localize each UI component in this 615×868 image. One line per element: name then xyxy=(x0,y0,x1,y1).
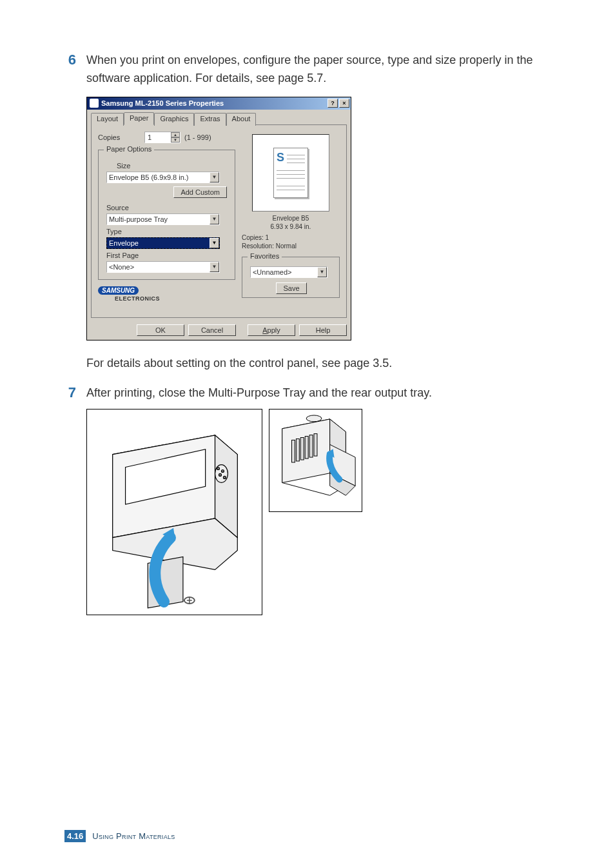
illustration-row xyxy=(86,409,557,615)
svg-point-1 xyxy=(217,467,220,469)
svg-point-2 xyxy=(221,469,224,472)
save-button[interactable]: Save xyxy=(276,282,306,294)
firstpage-dropdown[interactable]: <None> ▼ xyxy=(106,261,220,273)
step6-note: For details about setting on the control… xyxy=(86,355,557,373)
chevron-down-icon[interactable]: ▼ xyxy=(210,262,219,272)
preview-resolution: Resolution: Normal xyxy=(242,242,340,250)
favorites-dropdown[interactable]: <Unnamed> ▼ xyxy=(250,266,327,278)
close-icon[interactable]: × xyxy=(339,99,349,108)
source-dropdown[interactable]: Multi-purpose Tray ▼ xyxy=(106,213,220,225)
paper-options-group: Paper Options Size Envelope B5 (6.9x9.8 … xyxy=(98,150,235,280)
chevron-down-icon[interactable]: ▼ xyxy=(210,172,219,182)
step7-text: After printing, close the Multi-Purpose … xyxy=(86,384,432,402)
svg-rect-12 xyxy=(314,433,317,456)
firstpage-label: First Page xyxy=(106,252,228,259)
favorites-legend: Favorites xyxy=(248,252,282,260)
svg-rect-7 xyxy=(292,440,295,462)
ok-button[interactable]: OK xyxy=(137,324,184,336)
step7-number: 7 xyxy=(64,384,76,402)
preview-copies: Copies: 1 xyxy=(242,233,340,242)
firstpage-value: <None> xyxy=(109,263,134,271)
page-footer: 4.16 Using Print Materials xyxy=(64,830,175,842)
source-value: Multi-purpose Tray xyxy=(109,215,168,223)
footer-title: Using Print Materials xyxy=(92,831,175,841)
printer-front-illustration xyxy=(86,409,262,615)
size-value: Envelope B5 (6.9x9.8 in.) xyxy=(109,173,189,181)
tab-graphics[interactable]: Graphics xyxy=(154,113,194,126)
copies-value: 1 xyxy=(148,133,151,141)
properties-dialog-screenshot: Samsung ML-2150 Series Properties ? × La… xyxy=(86,97,351,340)
copies-range: (1 - 999) xyxy=(184,133,211,141)
size-label: Size xyxy=(117,162,228,170)
add-custom-button[interactable]: Add Custom xyxy=(173,186,227,198)
footer-chapter: 4. xyxy=(67,831,74,841)
type-label: Type xyxy=(106,228,228,235)
svg-point-4 xyxy=(223,476,226,478)
apply-button[interactable]: Apply xyxy=(248,324,295,336)
step6-text: When you print on envelopes, configure t… xyxy=(86,52,557,88)
svg-rect-11 xyxy=(309,435,313,457)
favorites-value: <Unnamed> xyxy=(253,268,292,276)
svg-point-3 xyxy=(219,473,221,476)
tab-layout[interactable]: Layout xyxy=(91,113,124,126)
svg-point-0 xyxy=(215,464,228,482)
source-label: Source xyxy=(106,204,228,212)
footer-page: 16 xyxy=(74,831,83,841)
type-value: Envelope xyxy=(109,239,139,247)
size-dropdown[interactable]: Envelope B5 (6.9x9.8 in.) ▼ xyxy=(106,172,220,183)
chevron-down-icon[interactable]: ▼ xyxy=(317,267,327,277)
help-button[interactable]: Help xyxy=(299,324,347,336)
samsung-logo: SAMSUNG xyxy=(98,286,139,295)
electronics-label: ELECTRONICS xyxy=(115,295,160,302)
tab-about[interactable]: About xyxy=(226,113,257,126)
chevron-down-icon[interactable]: ▼ xyxy=(210,214,219,224)
cancel-button[interactable]: Cancel xyxy=(188,324,236,336)
spin-up-icon[interactable]: ▲ xyxy=(171,132,180,137)
svg-rect-8 xyxy=(296,439,299,461)
tab-paper[interactable]: Paper xyxy=(124,112,154,125)
chevron-down-icon[interactable]: ▼ xyxy=(210,238,219,248)
dialog-tabs: Layout Paper Graphics Extras About xyxy=(91,112,347,125)
preview-dims: 6.93 x 9.84 in. xyxy=(242,222,340,231)
dialog-titlebar: Samsung ML-2150 Series Properties ? × xyxy=(87,97,351,110)
dialog-title: Samsung ML-2150 Series Properties xyxy=(101,99,224,107)
tab-extras[interactable]: Extras xyxy=(194,113,226,126)
printer-rear-illustration xyxy=(269,409,362,512)
spin-down-icon[interactable]: ▼ xyxy=(171,137,180,143)
svg-point-6 xyxy=(306,415,322,422)
preview-s-icon: S xyxy=(277,151,284,164)
copies-input[interactable]: 1 ▲▼ xyxy=(144,132,181,143)
svg-rect-10 xyxy=(305,436,308,459)
svg-rect-9 xyxy=(300,437,304,460)
step6-number: 6 xyxy=(64,52,76,88)
type-dropdown[interactable]: Envelope ▼ xyxy=(106,237,220,249)
paper-options-legend: Paper Options xyxy=(104,145,154,153)
app-icon xyxy=(90,99,99,108)
copies-label: Copies xyxy=(98,133,144,141)
help-icon[interactable]: ? xyxy=(327,99,338,108)
page-preview: S xyxy=(252,134,329,212)
favorites-group: Favorites <Unnamed> ▼ Save xyxy=(242,257,340,298)
preview-name: Envelope B5 xyxy=(242,214,340,222)
